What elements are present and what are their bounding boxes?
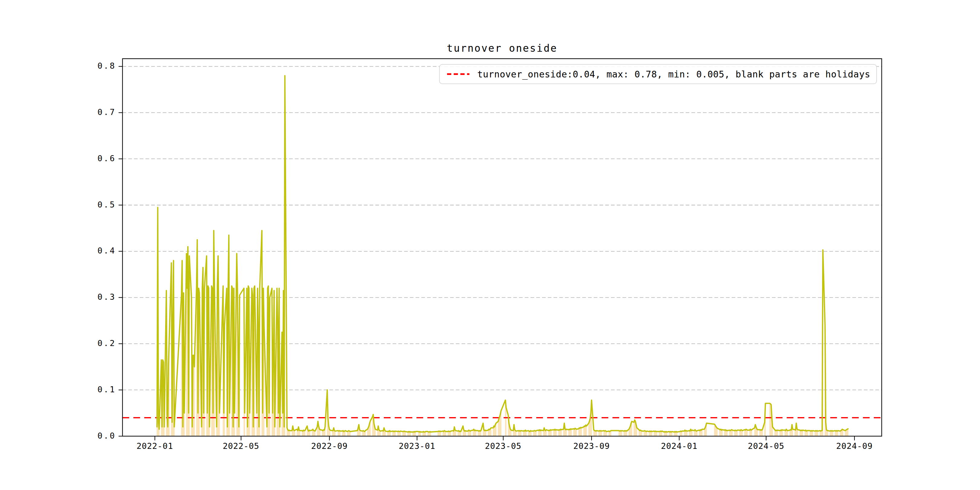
svg-text:0.2: 0.2 — [97, 339, 116, 348]
svg-text:2022-09: 2022-09 — [311, 441, 348, 451]
svg-text:2022-01: 2022-01 — [137, 441, 173, 451]
svg-text:2023-05: 2023-05 — [485, 441, 522, 451]
legend-dashed-line-icon — [447, 72, 470, 76]
svg-text:2024-05: 2024-05 — [748, 441, 784, 451]
svg-text:2024-01: 2024-01 — [661, 441, 697, 451]
svg-text:0.3: 0.3 — [97, 292, 116, 302]
svg-text:0.1: 0.1 — [97, 385, 116, 394]
svg-text:0.0: 0.0 — [97, 431, 116, 441]
legend-box: turnover_oneside:0.04, max: 0.78, min: 0… — [439, 64, 877, 84]
svg-text:0.5: 0.5 — [97, 200, 116, 209]
chart-figure: 0.00.10.20.30.40.50.60.70.82022-012022-0… — [0, 0, 980, 490]
svg-text:0.8: 0.8 — [97, 61, 116, 70]
svg-text:0.4: 0.4 — [97, 246, 116, 255]
svg-text:0.7: 0.7 — [97, 107, 116, 117]
chart-title: turnover oneside — [123, 42, 882, 54]
svg-text:2023-01: 2023-01 — [399, 441, 435, 451]
legend-label: turnover_oneside:0.04, max: 0.78, min: 0… — [477, 69, 870, 80]
svg-text:0.6: 0.6 — [97, 154, 116, 163]
svg-text:2022-05: 2022-05 — [223, 441, 259, 451]
svg-text:2024-09: 2024-09 — [836, 441, 873, 451]
svg-text:2023-09: 2023-09 — [573, 441, 610, 451]
